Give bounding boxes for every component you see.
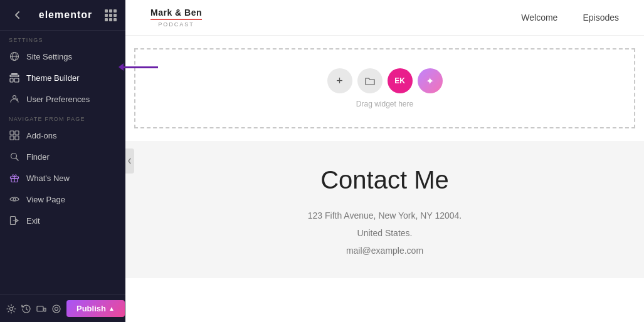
website-preview: Mark & Ben Podcast Welcome Episodes + <box>125 0 644 322</box>
sparkle-icon: ✦ <box>426 75 434 87</box>
finder-label: Finder <box>26 152 50 162</box>
navbar: Mark & Ben Podcast Welcome Episodes <box>125 0 644 36</box>
svg-line-24 <box>26 309 28 310</box>
history-icon[interactable] <box>21 301 31 316</box>
nav-link-episodes[interactable]: Episodes <box>583 13 619 23</box>
preview-icon[interactable] <box>51 301 61 316</box>
svg-rect-12 <box>10 136 14 140</box>
main-canvas: Mark & Ben Podcast Welcome Episodes + <box>125 0 644 322</box>
add-widget-button[interactable]: + <box>327 68 352 93</box>
logo-text: Mark & Ben <box>150 8 202 18</box>
svg-rect-26 <box>44 308 46 311</box>
contact-address: 123 Fifth Avenue, New York, NY 12004. <box>138 207 631 224</box>
add-ons-icon <box>9 130 20 141</box>
drop-zone-label: Drag widget here <box>356 100 413 108</box>
sidebar-item-finder[interactable]: Finder <box>0 146 125 167</box>
ek-label: EK <box>394 76 405 85</box>
back-button[interactable] <box>9 6 26 24</box>
contact-info: 123 Fifth Avenue, New York, NY 12004. Un… <box>138 207 631 259</box>
eye-icon <box>9 194 20 205</box>
grid-icon[interactable] <box>105 9 117 21</box>
nav-link-welcome[interactable]: Welcome <box>521 13 557 23</box>
svg-rect-10 <box>10 131 14 135</box>
sidebar-item-whats-new[interactable]: What's New <box>0 167 125 189</box>
svg-point-19 <box>13 198 16 200</box>
finder-icon <box>9 151 20 162</box>
svg-rect-25 <box>37 306 43 311</box>
settings-gear-icon[interactable] <box>6 301 16 316</box>
sidebar-item-user-preferences[interactable]: User Preferences <box>0 88 125 110</box>
sidebar-item-exit[interactable]: Exit <box>0 210 125 231</box>
folder-button[interactable] <box>357 68 383 93</box>
svg-rect-11 <box>15 131 19 135</box>
drop-zone-icons: + EK ✦ <box>327 68 443 93</box>
svg-rect-5 <box>14 78 19 82</box>
contact-country: United States. <box>138 224 631 242</box>
svg-rect-4 <box>10 78 13 82</box>
publish-chevron-icon: ▲ <box>108 305 115 312</box>
sidebar-bottom-toolbar: Publish ▲ <box>0 294 125 322</box>
whats-new-label: What's New <box>26 174 70 183</box>
sidebar-item-view-page[interactable]: View Page <box>0 189 125 210</box>
svg-rect-3 <box>10 75 19 77</box>
svg-point-7 <box>13 96 16 99</box>
publish-label: Publish <box>77 304 106 313</box>
contact-title: Contact Me <box>138 166 631 194</box>
responsive-icon[interactable] <box>36 301 46 316</box>
logo-line <box>150 19 202 20</box>
site-settings-label: Site Settings <box>26 52 72 61</box>
theme-builder-label: Theme Builder <box>26 73 80 83</box>
elementor-logo: elementor <box>39 9 92 21</box>
widget-drop-zone[interactable]: + EK ✦ Drag widget here <box>134 48 635 128</box>
sparkle-button[interactable]: ✦ <box>418 68 443 93</box>
sidebar-header: elementor <box>0 0 125 31</box>
user-preferences-label: User Preferences <box>26 95 90 104</box>
page-canvas: Mark & Ben Podcast Welcome Episodes + <box>125 0 644 322</box>
logo-sub: Podcast <box>158 21 194 28</box>
nav-links: Welcome Episodes <box>521 13 619 23</box>
navigate-section-label: NAVIGATE FROM PAGE <box>0 110 125 125</box>
svg-line-15 <box>16 158 19 161</box>
gift-icon <box>9 172 20 184</box>
add-ons-label: Add-ons <box>26 131 56 140</box>
sidebar: elementor SETTINGS Site Settings <box>0 0 125 322</box>
exit-label: Exit <box>26 216 40 226</box>
svg-point-28 <box>55 307 58 310</box>
globe-icon <box>9 51 20 62</box>
user-preferences-icon <box>9 93 20 105</box>
view-page-label: View Page <box>26 195 65 204</box>
site-logo: Mark & Ben Podcast <box>150 8 202 28</box>
ek-button[interactable]: EK <box>388 68 413 93</box>
svg-rect-6 <box>11 73 18 75</box>
publish-button[interactable]: Publish ▲ <box>66 300 125 317</box>
sidebar-item-theme-builder[interactable]: Theme Builder <box>0 67 125 88</box>
svg-rect-13 <box>15 136 19 140</box>
svg-point-27 <box>53 305 60 313</box>
exit-icon <box>9 215 20 226</box>
settings-section-label: SETTINGS <box>0 31 125 46</box>
contact-section: Contact Me 123 Fifth Avenue, New York, N… <box>125 141 644 278</box>
sidebar-item-add-ons[interactable]: Add-ons <box>0 125 125 146</box>
theme-builder-icon <box>9 72 20 83</box>
contact-email: mail@example.com <box>138 242 631 259</box>
collapse-sidebar-handle[interactable] <box>125 148 134 174</box>
sidebar-item-site-settings[interactable]: Site Settings <box>0 46 125 67</box>
